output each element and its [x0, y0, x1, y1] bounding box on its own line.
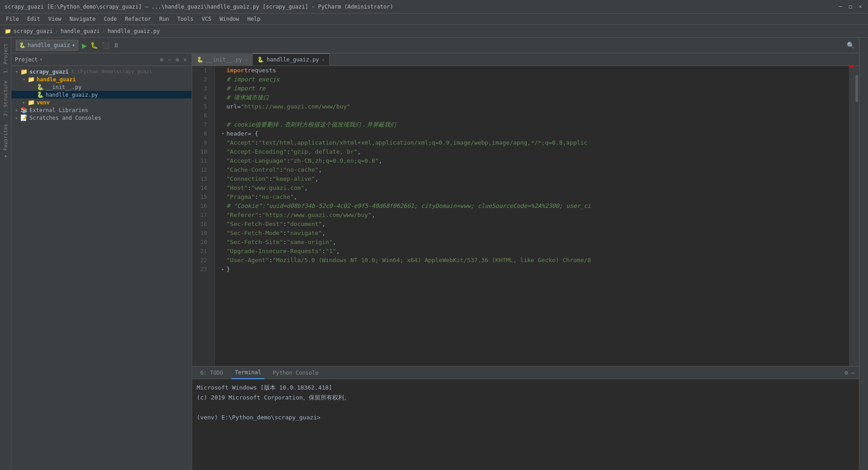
code-line-8: ▾ header = {: [215, 129, 849, 138]
menu-tools[interactable]: Tools: [174, 15, 197, 23]
tree-arrow-venv: ▸: [20, 100, 28, 105]
menu-vcs[interactable]: VCS: [198, 15, 215, 23]
line-num-1: 1: [192, 66, 211, 75]
tree-label-handlle: handlle_guaiz.py: [46, 92, 98, 98]
line-num-20: 20: [192, 238, 211, 247]
terminal-content[interactable]: Microsoft Windows [版本 10.0.18362.418] (c…: [192, 379, 859, 470]
line-num-21: 21: [192, 247, 211, 256]
maximize-button[interactable]: □: [847, 4, 854, 10]
vertical-scrollbar[interactable]: [854, 66, 859, 366]
tree-icon-py-init: 🐍: [37, 84, 44, 90]
menu-code[interactable]: Code: [100, 15, 121, 23]
run-button[interactable]: ▶: [82, 41, 87, 50]
tree-arrow-root: ▾: [13, 69, 20, 74]
tree-icon-scratches: 📝: [20, 114, 28, 121]
breadcrumb-folder[interactable]: handle_guazi: [61, 28, 100, 34]
structure-panel-btn[interactable]: 2: Structure: [1, 77, 10, 120]
sidebar-collapse-btn[interactable]: —: [166, 56, 172, 63]
editor-area: 🐍 __init__.py ✕ 🐍 handlle_guaiz.py ✕ 1 2: [192, 53, 859, 470]
line-num-5: 5: [192, 102, 211, 111]
terminal-line-4: (venv) E:\Python_demo\scrapy_guazi>: [197, 413, 854, 423]
sidebar-sync-btn[interactable]: ⚙: [159, 56, 165, 63]
tab-bar: 🐍 __init__.py ✕ 🐍 handlle_guaiz.py ✕: [192, 53, 859, 66]
str-uir-val: "1": [326, 247, 336, 256]
sidebar-hide-btn[interactable]: ✕: [182, 56, 188, 63]
str-al-val: "zh-CN,zh;q=0.9,en;q=0.8": [290, 156, 379, 165]
line-num-9: 9: [192, 138, 211, 147]
str-sfd-key: "Sec-Fetch-Dest": [226, 220, 283, 229]
tree-item-scratches[interactable]: ▸ 📝 Scratches and Consoles: [11, 114, 192, 122]
minimize-button[interactable]: ─: [837, 4, 844, 10]
tab-close-handlle[interactable]: ✕: [322, 57, 325, 63]
tree-label-ext-libs: External Libraries: [29, 107, 88, 113]
sidebar-settings-btn[interactable]: ⚙: [175, 56, 180, 63]
run-config-label: handlle_guaiz: [28, 42, 70, 48]
cm-3: # import re: [226, 84, 265, 93]
menu-navigate[interactable]: Navigate: [66, 15, 99, 23]
line-num-23: 23: [192, 265, 211, 274]
str-conn-val: "keep-alive": [273, 174, 315, 183]
line-num-11: 11: [192, 156, 211, 165]
menu-help[interactable]: Help: [244, 15, 264, 23]
search-button[interactable]: 🔍: [847, 42, 854, 49]
tree-item-root[interactable]: ▾ 📁 scrapy_guazi E:\Python_demo\scrapy_g…: [11, 68, 192, 75]
tree-item-venv[interactable]: ▸ 📁 venv: [11, 99, 192, 106]
tree-arrow-ext-libs: ▸: [13, 108, 20, 113]
str-host-val: "www.guazi.com": [251, 183, 304, 193]
panel-settings-btn[interactable]: ⚙: [844, 369, 848, 376]
code-line-7: # cookie值要删掉，否则对方根据这个值发现我们，并屏蔽我们: [215, 120, 849, 129]
stop-button[interactable]: ⬛: [102, 42, 109, 49]
breadcrumb-root[interactable]: scrapy_guazi: [14, 28, 53, 34]
code-line-5: url = "https://www.guazi.com/www/buy": [215, 102, 849, 111]
code-line-1: import requests: [215, 66, 849, 75]
folder-icon: 📁: [5, 28, 11, 34]
breadcrumb-file[interactable]: handlle_guaiz.py: [108, 28, 160, 34]
line-num-10: 10: [192, 147, 211, 156]
run-config-select[interactable]: 🐍 handlle_guaiz ▾: [16, 40, 78, 51]
debug-button[interactable]: 🐛: [90, 42, 98, 49]
code-line-12: "Cache-Control":"no-cache",: [215, 165, 849, 174]
window-controls: ─ □ ✕: [837, 4, 863, 10]
pause-button[interactable]: ⏸: [113, 42, 119, 49]
breadcrumb-sep-1: ›: [55, 28, 58, 34]
line-num-8: 8: [192, 129, 211, 138]
menu-view[interactable]: View: [45, 15, 65, 23]
tree-item-init[interactable]: 🐍 __init__.py: [11, 83, 192, 91]
panel-tab-terminal[interactable]: Terminal: [231, 367, 265, 379]
panel-tab-python-console[interactable]: Python Console: [269, 367, 322, 379]
content-layout: Project ▾ ⚙ — ⚙ ✕ ▾ 📁 scrapy_: [11, 53, 859, 470]
tree-item-handle-guazi[interactable]: ▾ 📁 handle_guazi: [11, 75, 192, 83]
str-ref-val: "https://www.guazi.com/www/buy": [262, 211, 372, 220]
code-line-9: "Accept":"text/html,application/xhtml+xm…: [215, 138, 849, 147]
cm-16: # "Cookie":"uuid=d08bf34b-52c0-4c02-e9f5…: [226, 202, 591, 211]
code-line-3: # import re: [215, 84, 849, 93]
code-content[interactable]: import requests # import execjs # import…: [215, 66, 849, 366]
menu-run[interactable]: Run: [156, 15, 173, 23]
sidebar-header-dropdown[interactable]: ▾: [40, 56, 43, 62]
tab-handlle[interactable]: 🐍 handlle_guaiz.py ✕: [253, 53, 330, 66]
menu-window[interactable]: Window: [216, 15, 243, 23]
project-panel-btn[interactable]: 1: Project: [1, 40, 10, 77]
sidebar-header-label: Project: [15, 56, 38, 63]
menu-refactor[interactable]: Refactor: [121, 15, 155, 23]
bottom-panel: 6: TODO Terminal Python Console ⚙ — Micr…: [192, 366, 859, 470]
favorites-panel-btn[interactable]: ★ Favorites: [1, 120, 10, 163]
close-button[interactable]: ✕: [857, 4, 863, 10]
app-container: 1: Project 2: Structure ★ Favorites 🐍 ha…: [0, 38, 868, 470]
breadcrumb-folder-label: handle_guazi: [61, 28, 100, 34]
tree-item-ext-libs[interactable]: ▸ 📚 External Libraries: [11, 106, 192, 114]
kw-import-1: import: [226, 66, 248, 75]
tab-close-init[interactable]: ✕: [245, 57, 248, 63]
tree-item-handlle[interactable]: 🐍 handlle_guaiz.py: [11, 91, 192, 99]
tab-init[interactable]: 🐍 __init__.py ✕: [192, 54, 253, 66]
panel-tab-todo[interactable]: 6: TODO: [197, 367, 227, 379]
panel-minimize-btn[interactable]: —: [851, 369, 854, 376]
line-num-2: 2: [192, 75, 211, 84]
menu-file[interactable]: File: [2, 15, 23, 23]
line-num-18: 18: [192, 220, 211, 229]
bottom-panel-header: 6: TODO Terminal Python Console ⚙ —: [192, 367, 859, 379]
code-line-10: "Accept-Encoding":"gzip, deflate, br",: [215, 147, 849, 156]
scrollbar-thumb[interactable]: [855, 75, 858, 102]
menu-edit[interactable]: Edit: [24, 15, 44, 23]
right-gutter: [849, 66, 854, 366]
